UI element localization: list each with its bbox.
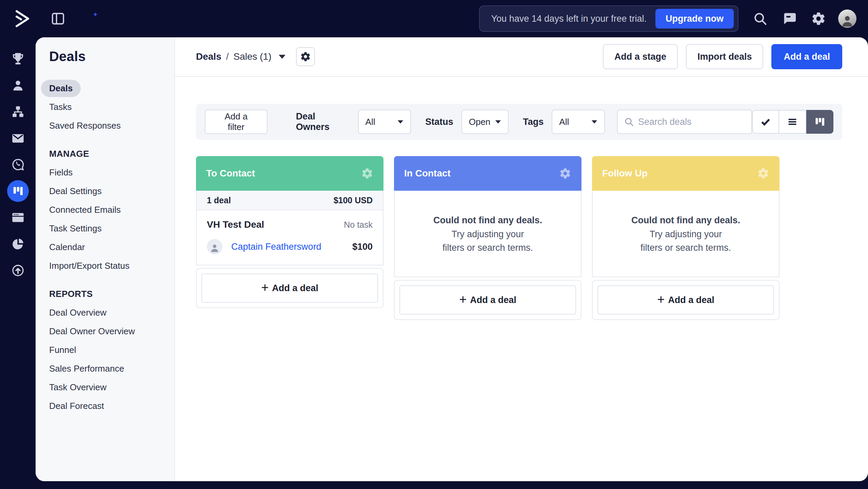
sidebar-item-deals[interactable]: Deals bbox=[49, 79, 174, 98]
tags-label: Tags bbox=[523, 117, 544, 127]
active-item-pill: Deals bbox=[41, 80, 81, 97]
view-tasks-toggle[interactable] bbox=[752, 110, 779, 134]
tags-select[interactable]: All bbox=[552, 110, 605, 134]
empty-state: Could not find any deals. Try adjusting … bbox=[395, 191, 581, 277]
import-deals-button[interactable]: Import deals bbox=[686, 44, 764, 69]
envelope-icon bbox=[11, 131, 25, 145]
add-filter-button[interactable]: Add a filter bbox=[205, 110, 268, 134]
checkmark-icon bbox=[760, 116, 771, 128]
status-value: Open bbox=[469, 117, 491, 127]
sidebar-item-deal-forecast[interactable]: Deal Forecast bbox=[49, 397, 174, 415]
sidebar-item-funnel[interactable]: Funnel bbox=[49, 341, 174, 359]
sidebar-item-connected-emails[interactable]: Connected Emails bbox=[49, 201, 174, 219]
ai-sparkle-icon[interactable] bbox=[83, 11, 99, 27]
rail-item-gamification[interactable] bbox=[0, 45, 36, 72]
stage-body: Could not find any deals. Try adjusting … bbox=[394, 191, 581, 277]
empty-state-line2: filters or search terms. bbox=[442, 241, 533, 255]
stage-title: To Contact bbox=[206, 168, 255, 179]
view-kanban-toggle-active[interactable] bbox=[806, 110, 833, 134]
empty-state-title: Could not find any deals. bbox=[631, 213, 740, 227]
stage-settings-gear-icon[interactable] bbox=[361, 167, 373, 180]
settings-gear-icon[interactable] bbox=[811, 11, 826, 26]
pie-chart-icon bbox=[11, 237, 25, 251]
empty-state-line1: Try adjusting your bbox=[452, 227, 524, 241]
deal-card[interactable]: VH Test Deal No task Captain Featherswor… bbox=[197, 210, 383, 265]
browser-window-icon bbox=[11, 211, 25, 224]
sidebar-item-import-export-status[interactable]: Import/Export Status bbox=[49, 257, 174, 275]
empty-state-title: Could not find any deals. bbox=[433, 213, 542, 227]
deals-app: You have 14 days left in your free trial… bbox=[0, 0, 868, 489]
rail-item-deals[interactable] bbox=[0, 178, 36, 204]
trophy-icon bbox=[11, 52, 25, 65]
chevron-down-icon bbox=[397, 120, 403, 124]
add-stage-button[interactable]: Add a stage bbox=[603, 44, 678, 69]
deal-owners-label: Deal Owners bbox=[296, 111, 350, 132]
contact-avatar bbox=[207, 239, 222, 255]
pipeline-body: Add a filter Deal Owners All Status Open… bbox=[175, 77, 868, 481]
plus-icon: + bbox=[657, 293, 665, 306]
deal-owners-value: All bbox=[366, 117, 375, 127]
sidebar-item-deal-settings[interactable]: Deal Settings bbox=[49, 182, 174, 201]
search-deals-box bbox=[617, 110, 752, 134]
stage-add-deal-button[interactable]: + Add a deal bbox=[597, 285, 774, 315]
rail-item-getting-started[interactable] bbox=[0, 257, 36, 284]
breadcrumb-separator: / bbox=[226, 51, 229, 62]
app-nav-rail bbox=[0, 37, 36, 489]
stage-add-deal-button[interactable]: + Add a deal bbox=[399, 285, 576, 315]
deal-value: $100 bbox=[352, 242, 373, 252]
sidebar-nav: Deals Tasks Saved Responses MANAGE Field… bbox=[49, 79, 174, 415]
activecampaign-logo-icon[interactable] bbox=[14, 9, 31, 29]
sidebar-item-deal-owner-overview[interactable]: Deal Owner Overview bbox=[49, 322, 174, 341]
stage-header-in-contact: In Contact bbox=[394, 156, 581, 191]
view-list-toggle[interactable] bbox=[779, 110, 806, 134]
pipeline-name: Sales (1) bbox=[234, 51, 272, 62]
user-avatar[interactable] bbox=[838, 10, 856, 28]
status-select[interactable]: Open bbox=[461, 110, 509, 134]
plus-icon: + bbox=[261, 281, 269, 294]
sidebar-toggle-icon[interactable] bbox=[51, 12, 65, 26]
upgrade-now-button[interactable]: Upgrade now bbox=[655, 9, 734, 29]
rail-item-contacts[interactable] bbox=[0, 72, 36, 98]
sidebar-item-deal-overview[interactable]: Deal Overview bbox=[49, 303, 174, 322]
empty-state-line1: Try adjusting your bbox=[650, 227, 722, 241]
stage-title: Follow Up bbox=[602, 168, 648, 179]
list-icon bbox=[787, 116, 798, 128]
chevron-down-icon bbox=[278, 54, 286, 59]
deal-owners-select[interactable]: All bbox=[358, 110, 411, 134]
trial-text: You have 14 days left in your free trial… bbox=[491, 14, 647, 24]
feedback-comment-icon[interactable] bbox=[782, 11, 797, 26]
deal-contact-link[interactable]: Captain Feathersword bbox=[231, 242, 321, 252]
status-label: Status bbox=[425, 117, 453, 127]
search-icon[interactable] bbox=[753, 11, 768, 26]
rail-item-automations[interactable] bbox=[0, 98, 36, 125]
breadcrumb-deals[interactable]: Deals bbox=[196, 51, 221, 62]
stage-header-follow-up: Follow Up bbox=[592, 156, 780, 191]
rail-item-campaigns[interactable] bbox=[0, 125, 36, 151]
sidebar-item-sales-performance[interactable]: Sales Performance bbox=[49, 359, 174, 378]
rail-item-conversations[interactable] bbox=[0, 151, 36, 178]
add-deal-button[interactable]: Add a deal bbox=[771, 44, 842, 69]
pipeline-settings-button[interactable] bbox=[296, 47, 315, 66]
sidebar-item-task-overview[interactable]: Task Overview bbox=[49, 378, 174, 397]
chevron-down-icon bbox=[495, 120, 501, 124]
deals-active-indicator bbox=[7, 180, 29, 202]
deals-sidebar: Deals Deals Tasks Saved Responses MANAGE… bbox=[36, 37, 175, 481]
stage-settings-gear-icon[interactable] bbox=[559, 167, 571, 180]
sidebar-item-fields[interactable]: Fields bbox=[49, 163, 174, 182]
stage-footer: + Add a deal bbox=[592, 280, 780, 320]
tags-value: All bbox=[559, 117, 569, 127]
sidebar-item-tasks[interactable]: Tasks bbox=[49, 98, 174, 116]
sidebar-item-task-settings[interactable]: Task Settings bbox=[49, 219, 174, 238]
stage-settings-gear-icon[interactable] bbox=[757, 167, 769, 180]
rail-item-website[interactable] bbox=[0, 204, 36, 231]
stage-body: Could not find any deals. Try adjusting … bbox=[592, 191, 780, 277]
sidebar-item-calendar[interactable]: Calendar bbox=[49, 238, 174, 257]
pipeline-selector[interactable]: Sales (1) bbox=[234, 51, 286, 62]
search-icon bbox=[624, 117, 634, 127]
rail-item-reports[interactable] bbox=[0, 231, 36, 257]
stage-add-deal-button[interactable]: + Add a deal bbox=[201, 274, 378, 303]
search-deals-input[interactable] bbox=[638, 117, 745, 127]
sidebar-item-saved-responses[interactable]: Saved Responses bbox=[49, 116, 174, 135]
stage-header-to-contact: To Contact bbox=[196, 156, 383, 191]
view-switcher bbox=[752, 110, 833, 134]
